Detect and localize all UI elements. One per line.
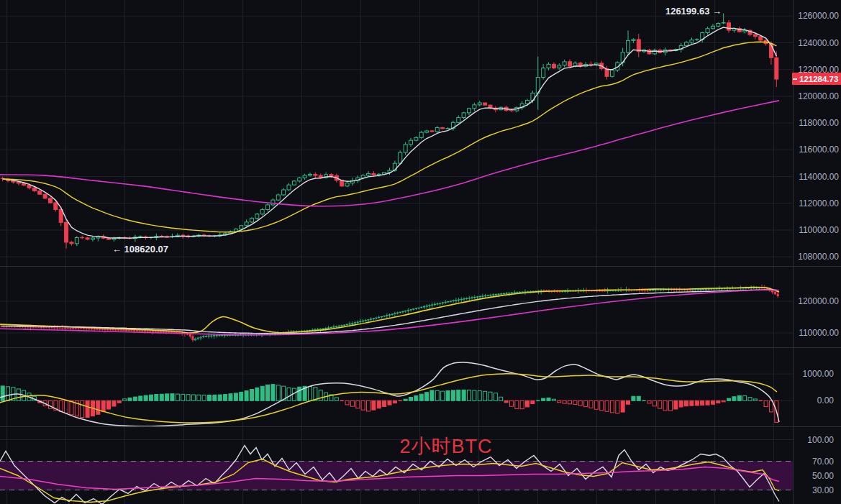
low-price-annotation: ← 108620.07	[112, 244, 168, 255]
price-axis[interactable]	[793, 0, 841, 504]
high-price-annotation: 126199.63 →	[602, 6, 722, 17]
timeframe-watermark: 2小时BTC	[399, 434, 492, 459]
rsi-overbought-oversold-band	[0, 462, 793, 490]
chart-root: 126000.00124000.00122000.00120000.001180…	[0, 0, 841, 504]
